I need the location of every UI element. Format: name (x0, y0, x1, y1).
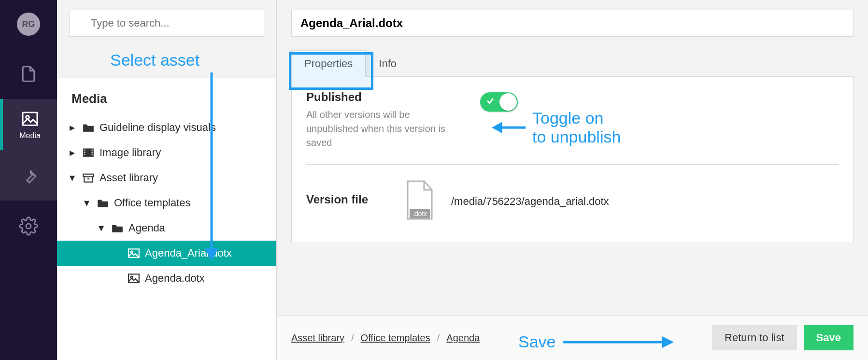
tree-row-asset-library[interactable]: ▾ Asset library (62, 165, 271, 190)
gear-icon (19, 216, 38, 236)
svg-rect-9 (92, 152, 93, 153)
image-icon (20, 109, 40, 129)
published-label: Published (306, 90, 461, 104)
svg-rect-8 (92, 150, 93, 151)
published-help: All other versions will be unpublished w… (306, 108, 461, 150)
version-file-path: /media/756223/agenda_arial.dotx (451, 195, 609, 208)
search-wrap (57, 0, 276, 78)
tree-row-agenda-dotx[interactable]: ▾ Agenda.dotx (62, 266, 271, 291)
search-input[interactable] (69, 10, 264, 37)
return-to-list-button[interactable]: Return to list (712, 325, 797, 350)
tree-row-guideline[interactable]: ▸ Guideline display visuals (62, 115, 271, 140)
tab-info[interactable]: Info (366, 50, 410, 76)
save-button[interactable]: Save (804, 325, 854, 350)
version-file-row: Version file .dotx /media/756223/agenda_… (306, 179, 839, 223)
svg-point-2 (26, 224, 31, 229)
tree-row-image-library[interactable]: ▸ Image library (62, 140, 271, 165)
svg-rect-6 (84, 152, 85, 153)
breadcrumb-sep: / (437, 332, 440, 344)
icon-nav: RG Media (0, 0, 57, 360)
tree-body: Media ▸ Guideline display visuals ▸ Imag… (57, 78, 276, 291)
detail-footer: Asset library / Office templates / Agend… (277, 315, 868, 360)
title-bar (277, 0, 868, 37)
properties-card: Published All other versions will be unp… (291, 77, 854, 243)
tree-row-agenda-arial[interactable]: ▾ Agenda_Arial.dotx (57, 241, 276, 266)
archive-icon (82, 173, 95, 183)
breadcrumb-office-templates[interactable]: Office templates (361, 332, 430, 344)
toggle-knob (499, 93, 517, 111)
tree-label: Agenda.dotx (145, 272, 205, 285)
tabs: Properties Info (291, 50, 854, 77)
tree-label: Asset library (100, 172, 158, 184)
image-file-icon (128, 248, 140, 259)
tree-label: Office templates (114, 197, 191, 209)
nav-item-config[interactable] (0, 201, 57, 251)
tree-row-agenda[interactable]: ▾ Agenda (62, 216, 271, 241)
published-row: Published All other versions will be unp… (306, 90, 839, 150)
folder-icon (97, 198, 109, 208)
svg-rect-0 (23, 112, 37, 125)
breadcrumb-sep: / (351, 332, 354, 344)
avatar-wrap: RG (0, 0, 57, 48)
nav-item-content[interactable] (0, 48, 57, 99)
tree-row-office-templates[interactable]: ▾ Office templates (62, 190, 271, 216)
tree-label: Agenda_Arial.dotx (145, 247, 232, 259)
caret-right-icon: ▸ (70, 121, 77, 134)
file-icon-wrap: .dotx (403, 179, 437, 223)
divider (306, 164, 839, 165)
file-icon (19, 64, 38, 84)
file-ext-badge: .dotx (410, 209, 430, 218)
breadcrumb-asset-library[interactable]: Asset library (291, 332, 344, 344)
caret-down-icon: ▾ (99, 222, 106, 234)
caret-down-icon: ▾ (84, 197, 92, 209)
caret-right-icon: ▸ (70, 146, 77, 159)
tree-label: Agenda (128, 222, 165, 234)
nav-item-media[interactable]: Media (0, 99, 57, 150)
search-box (69, 10, 264, 37)
svg-rect-7 (84, 154, 85, 155)
tree-label: Guideline display visuals (100, 121, 216, 134)
folder-icon (111, 223, 124, 233)
published-toggle[interactable] (480, 92, 518, 112)
tree-heading: Media (62, 87, 271, 115)
nav-label-media: Media (19, 131, 41, 140)
svg-rect-10 (92, 154, 93, 155)
tree-label: Image library (100, 146, 161, 159)
detail-panel: Properties Info Published All other vers… (277, 0, 868, 360)
caret-down-icon: ▾ (70, 172, 77, 184)
breadcrumb-agenda[interactable]: Agenda (446, 332, 480, 344)
asset-title-input[interactable] (291, 10, 854, 37)
nav-item-settings[interactable] (0, 150, 57, 201)
check-icon (486, 97, 495, 108)
folder-icon (82, 122, 95, 133)
version-file-label: Version file (306, 193, 388, 206)
tree-panel: Media ▸ Guideline display visuals ▸ Imag… (57, 0, 277, 360)
tab-properties[interactable]: Properties (291, 50, 366, 77)
svg-rect-5 (84, 150, 85, 151)
wrench-icon (19, 166, 38, 185)
image-file-icon (128, 273, 140, 284)
avatar[interactable]: RG (17, 13, 40, 36)
film-icon (82, 147, 95, 158)
